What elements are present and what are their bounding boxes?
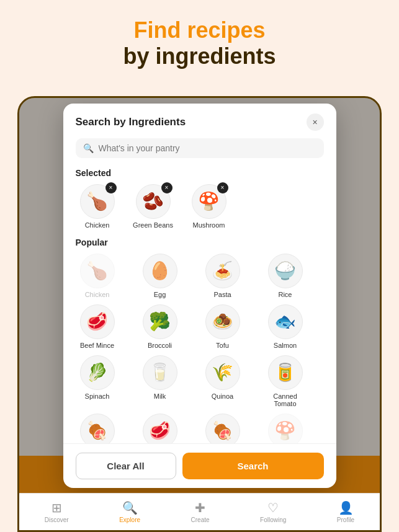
ingredient-img-wrap: 🍄 × xyxy=(192,184,226,219)
ingredient-name: Rice xyxy=(278,291,292,298)
ingredient-name: Chicken xyxy=(85,221,110,229)
page-header: Find recipes by ingredients xyxy=(0,0,399,82)
ingredient-circle: 🥚 xyxy=(143,254,177,288)
popular-ingredient-item[interactable]: 🍄 Mushroom xyxy=(264,414,307,443)
ingredient-circle: 🍄 xyxy=(268,414,303,443)
header-find: Find recipes xyxy=(12,17,387,43)
ingredient-circle: 🐟 xyxy=(268,304,303,339)
ingredient-name: Salmon xyxy=(274,342,297,349)
bottom-nav: ⊞ Discover 🔍 Explore ✚ Create ♡ Followin… xyxy=(19,493,380,530)
ingredient-name: Broccoli xyxy=(148,342,172,349)
ingredient-circle: 🍚 xyxy=(268,254,303,288)
modal-body: Selected 🍗 × Chicken 🫘 × Green Beans 🍄 ×… xyxy=(63,166,336,443)
nav-label: Following xyxy=(260,516,286,523)
search-modal: Search by Ingredients × 🔍 Selected 🍗 × C… xyxy=(63,104,336,488)
ingredient-circle: 🍖 xyxy=(80,414,115,443)
selected-ingredient-item[interactable]: 🫘 × Green Beans xyxy=(132,184,175,229)
pantry-search-input[interactable] xyxy=(99,143,316,153)
ingredient-name: Beef Mince xyxy=(80,342,114,349)
ingredient-name: Canned Tomato xyxy=(264,392,307,407)
ingredient-circle: 🥩 xyxy=(143,414,177,443)
popular-ingredient-item[interactable]: 🌾 Quinoa xyxy=(201,355,244,407)
ingredient-circle: 🍖 xyxy=(205,414,240,443)
ingredient-circle: 🥬 xyxy=(80,355,115,390)
popular-ingredient-item[interactable]: 🍗 Chicken xyxy=(76,254,119,298)
nav-item-profile[interactable]: 👤 Profile xyxy=(337,500,354,523)
popular-ingredient-item[interactable]: 🥩 Beef Mince xyxy=(76,304,119,349)
popular-ingredient-item[interactable]: 🥦 Broccoli xyxy=(138,304,182,349)
selected-ingredient-item[interactable]: 🍄 × Mushroom xyxy=(187,184,231,229)
ingredient-img-wrap: 🍗 × xyxy=(80,184,115,219)
ingredient-name: Mushroom xyxy=(193,221,225,229)
modal-title: Search by Ingredients xyxy=(76,116,186,128)
nav-icon: ✚ xyxy=(195,500,205,515)
modal-overlay: Search by Ingredients × 🔍 Selected 🍗 × C… xyxy=(19,98,380,493)
nav-icon: ♡ xyxy=(267,500,279,515)
search-button[interactable]: Search xyxy=(182,453,324,479)
nav-label: Profile xyxy=(337,516,354,523)
ingredient-name: Green Beans xyxy=(133,221,173,229)
selected-ingredients-row: 🍗 × Chicken 🫘 × Green Beans 🍄 × Mushroom xyxy=(76,184,324,229)
popular-ingredient-item[interactable]: 🍝 Pasta xyxy=(201,254,244,298)
nav-icon: 🔍 xyxy=(122,500,138,515)
nav-item-explore[interactable]: 🔍 Explore xyxy=(119,500,140,523)
ingredient-circle: 🥩 xyxy=(80,304,115,339)
ingredient-circle: 🌾 xyxy=(205,355,240,390)
ingredient-name: Milk xyxy=(154,392,166,400)
nav-item-following[interactable]: ♡ Following xyxy=(260,500,286,523)
ingredient-name: Pasta xyxy=(213,291,231,298)
ingredient-circle: 🍗 xyxy=(80,254,115,288)
ingredient-circle: 🧆 xyxy=(205,304,240,339)
ingredient-name: Egg xyxy=(154,291,166,298)
popular-ingredient-item[interactable]: 🍖 Pork xyxy=(76,414,119,443)
popular-ingredient-item[interactable]: 🍖 Lamb xyxy=(201,414,244,443)
popular-ingredient-item[interactable]: 🍚 Rice xyxy=(264,254,307,298)
header-by-ingredients: by ingredients xyxy=(12,43,387,69)
remove-ingredient-badge[interactable]: × xyxy=(105,182,117,193)
popular-ingredient-item[interactable]: 🥚 Egg xyxy=(138,254,182,298)
modal-close-button[interactable]: × xyxy=(307,113,324,131)
ingredient-name: Chicken xyxy=(85,291,110,298)
modal-footer: Clear All Search xyxy=(63,443,336,488)
popular-ingredient-item[interactable]: 🥫 Canned Tomato xyxy=(264,355,307,407)
search-bar: 🔍 xyxy=(76,138,324,158)
nav-icon: ⊞ xyxy=(52,500,62,515)
clear-all-button[interactable]: Clear All xyxy=(76,453,176,479)
ingredient-name: Tofu xyxy=(216,342,229,349)
app-frame: Search by Ingredients × 🔍 Selected 🍗 × C… xyxy=(17,96,382,532)
ingredient-name: Quinoa xyxy=(212,392,233,400)
ingredient-name: Spinach xyxy=(85,392,110,400)
selected-section-label: Selected xyxy=(76,168,324,178)
nav-item-discover[interactable]: ⊞ Discover xyxy=(45,500,69,523)
ingredient-circle: 🥛 xyxy=(143,355,177,390)
popular-ingredient-item[interactable]: 🐟 Salmon xyxy=(264,304,307,349)
popular-section-label: Popular xyxy=(76,237,324,247)
nav-label: Create xyxy=(191,516,210,523)
ingredient-circle: 🥫 xyxy=(268,355,303,390)
ingredient-img-wrap: 🫘 × xyxy=(136,184,171,219)
popular-ingredient-item[interactable]: 🧆 Tofu xyxy=(201,304,244,349)
search-icon: 🔍 xyxy=(83,143,94,153)
popular-ingredients-grid: 🍗 Chicken 🥚 Egg 🍝 Pasta 🍚 Rice 🥩 Beef Mi… xyxy=(76,254,324,443)
remove-ingredient-badge[interactable]: × xyxy=(161,182,173,193)
remove-ingredient-badge[interactable]: × xyxy=(217,182,228,193)
ingredient-circle: 🥦 xyxy=(143,304,177,339)
popular-ingredient-item[interactable]: 🥩 Beef xyxy=(138,414,182,443)
selected-ingredient-item[interactable]: 🍗 × Chicken xyxy=(76,184,119,229)
nav-item-create[interactable]: ✚ Create xyxy=(191,500,210,523)
popular-ingredient-item[interactable]: 🥬 Spinach xyxy=(76,355,119,407)
nav-icon: 👤 xyxy=(338,500,354,515)
nav-label: Explore xyxy=(119,516,140,523)
ingredient-circle: 🍝 xyxy=(205,254,240,288)
modal-header: Search by Ingredients × xyxy=(63,104,336,138)
popular-ingredient-item[interactable]: 🥛 Milk xyxy=(138,355,182,407)
nav-label: Discover xyxy=(45,516,69,523)
